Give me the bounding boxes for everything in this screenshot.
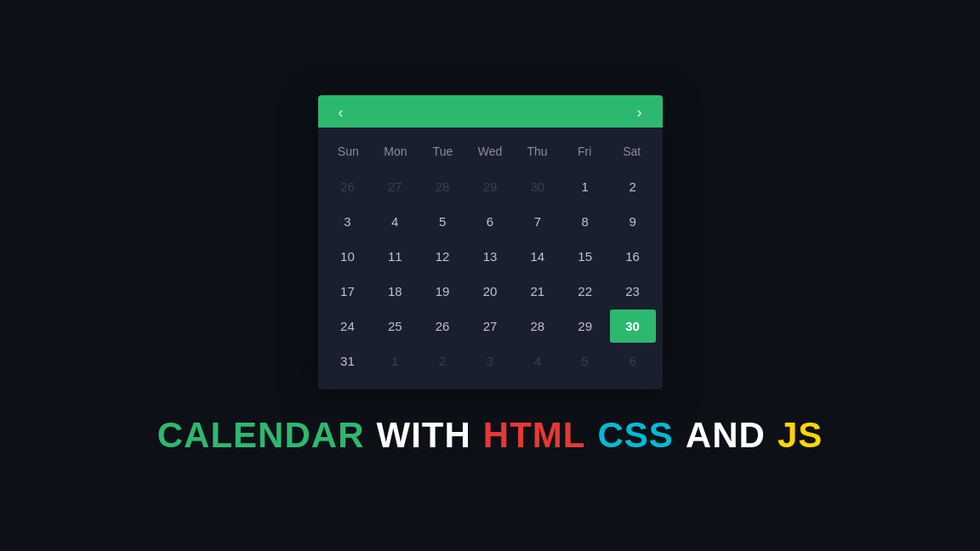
day-cell[interactable]: 1 [372, 344, 418, 378]
title-letter: N [712, 415, 738, 456]
day-cell[interactable]: 16 [610, 240, 656, 273]
day-cell[interactable]: 4 [372, 205, 418, 238]
title-letter: S [649, 415, 674, 456]
day-cell[interactable]: 28 [419, 170, 465, 203]
day-cell[interactable]: 31 [325, 344, 371, 378]
day-name-mon: Mon [372, 136, 419, 165]
day-name-thu: Thu [514, 136, 561, 165]
title-letter: H [483, 415, 510, 456]
day-cell[interactable]: 19 [419, 275, 465, 308]
day-cell[interactable]: 18 [372, 275, 418, 308]
title-letter: T [510, 415, 533, 456]
prev-month-button[interactable]: ‹ [330, 100, 352, 125]
title-word: CSS [597, 415, 673, 456]
title-letter: W [376, 415, 411, 456]
day-cell[interactable]: 14 [515, 240, 561, 273]
title-letter: L [210, 415, 233, 456]
bottom-title: CALENDARWITHHTMLCSSANDJS [157, 415, 823, 456]
day-cell[interactable]: 6 [467, 205, 513, 238]
page-container: ‹ › SunMonTueWedThuFriSat 26272829301234… [157, 95, 823, 456]
day-cell[interactable]: 17 [325, 275, 371, 308]
day-cell[interactable]: 27 [372, 170, 418, 203]
title-word: JS [778, 415, 823, 456]
day-cell[interactable]: 13 [467, 240, 513, 273]
title-letter: M [533, 415, 563, 456]
day-cell[interactable]: 6 [610, 344, 656, 378]
day-cell[interactable]: 20 [467, 275, 513, 308]
day-cell[interactable]: 5 [562, 344, 608, 378]
day-cell[interactable]: 29 [562, 310, 608, 343]
day-names-row: SunMonTueWedThuFriSat [325, 136, 656, 165]
day-cell[interactable]: 2 [419, 344, 465, 378]
title-letter: C [597, 415, 624, 456]
day-cell[interactable]: 3 [325, 205, 371, 238]
day-cell[interactable]: 9 [610, 205, 656, 238]
calendar-body: SunMonTueWedThuFriSat 262728293012345678… [318, 128, 663, 389]
title-letter: D [739, 415, 766, 456]
day-cell[interactable]: 8 [562, 205, 608, 238]
day-cell[interactable]: 26 [325, 170, 371, 203]
title-letter: D [284, 415, 311, 456]
day-cell[interactable]: 11 [372, 240, 418, 273]
days-grid: 2627282930123456789101112131415161718192… [325, 170, 656, 378]
day-cell[interactable]: 4 [515, 344, 561, 378]
day-cell[interactable]: 10 [325, 240, 371, 273]
title-letter: S [798, 415, 823, 456]
day-cell[interactable]: 29 [467, 170, 513, 203]
day-name-fri: Fri [561, 136, 608, 165]
day-name-sun: Sun [325, 136, 373, 165]
title-letter: T [422, 415, 445, 456]
title-letter: A [686, 415, 712, 456]
day-cell[interactable]: 2 [610, 170, 656, 203]
day-cell[interactable]: 12 [419, 240, 465, 273]
title-word: WITH [376, 415, 470, 456]
day-cell[interactable]: 22 [562, 275, 608, 308]
day-cell[interactable]: 21 [515, 275, 561, 308]
day-cell[interactable]: 7 [515, 205, 561, 238]
title-letter: A [184, 415, 210, 456]
title-letter: J [778, 415, 798, 456]
title-word: AND [686, 415, 766, 456]
title-letter: A [311, 415, 338, 456]
day-cell[interactable]: 25 [372, 310, 418, 343]
title-letter: I [411, 415, 422, 456]
day-name-sat: Sat [608, 136, 656, 165]
title-letter: E [233, 415, 258, 456]
title-word: CALENDAR [157, 415, 365, 456]
next-month-button[interactable]: › [629, 100, 651, 125]
day-cell[interactable]: 28 [515, 310, 561, 343]
title-letter: S [624, 415, 649, 456]
title-letter: N [258, 415, 284, 456]
day-cell[interactable]: 27 [467, 310, 513, 343]
title-letter: R [338, 415, 364, 456]
day-cell[interactable]: 5 [419, 205, 465, 238]
day-cell[interactable]: 3 [467, 344, 513, 378]
day-cell[interactable]: 24 [325, 310, 371, 343]
title-letter: L [563, 415, 586, 456]
day-cell[interactable]: 30 [610, 310, 656, 343]
day-cell[interactable]: 1 [562, 170, 608, 203]
day-cell[interactable]: 15 [562, 240, 608, 273]
day-cell[interactable]: 23 [610, 275, 656, 308]
day-cell[interactable]: 26 [419, 310, 465, 343]
calendar-header: ‹ › [318, 95, 663, 128]
day-cell[interactable]: 30 [515, 170, 561, 203]
title-letter: C [157, 415, 184, 456]
title-letter: H [444, 415, 470, 456]
calendar: ‹ › SunMonTueWedThuFriSat 26272829301234… [318, 95, 663, 389]
day-name-tue: Tue [419, 136, 467, 165]
day-name-wed: Wed [466, 136, 514, 165]
title-word: HTML [483, 415, 586, 456]
